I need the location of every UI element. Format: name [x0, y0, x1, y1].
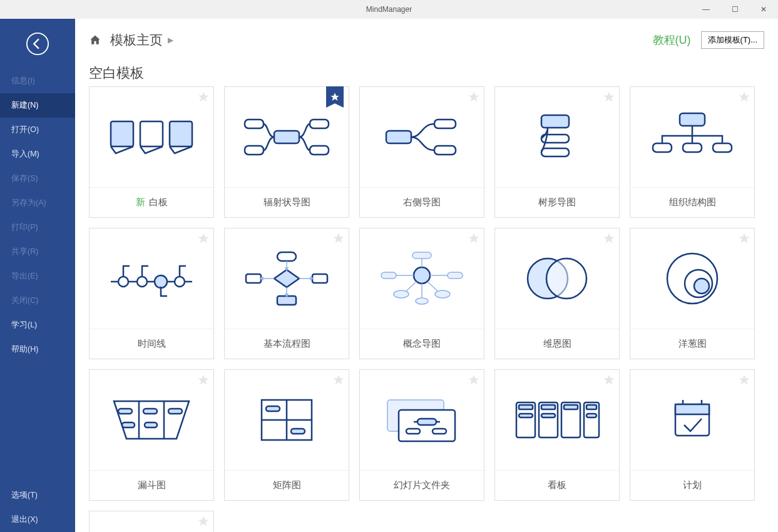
template-label: 计划: [630, 470, 754, 500]
sidebar-item-3[interactable]: 导入(M): [0, 142, 75, 166]
breadcrumb-bar: 模板主页 ▶ 教程(U) 添加模板(T)...: [75, 19, 778, 55]
sidebar-item-5[interactable]: 另存为(A): [0, 191, 75, 215]
favorite-star-icon[interactable]: [468, 232, 480, 245]
template-label: 新白板: [90, 187, 213, 217]
svg-rect-10: [434, 120, 456, 128]
favorite-star-icon[interactable]: [468, 91, 480, 103]
template-card-funnel[interactable]: 漏斗图: [89, 369, 214, 501]
favorite-star-icon[interactable]: [738, 374, 750, 386]
svg-rect-17: [683, 143, 702, 152]
favorite-ribbon-icon: [326, 86, 344, 108]
sidebar-item-7[interactable]: 共享(R): [0, 240, 75, 264]
template-card-slides[interactable]: 幻灯片文件夹: [359, 369, 484, 501]
svg-rect-25: [312, 274, 327, 283]
svg-rect-64: [675, 404, 709, 414]
close-button[interactable]: ✕: [749, 0, 778, 19]
favorite-star-icon[interactable]: [603, 232, 615, 245]
sidebar-item-10[interactable]: 学习(L): [0, 313, 75, 337]
sidebar-item-1[interactable]: 新建(N): [0, 93, 75, 118]
template-label: 幻灯片文件夹: [360, 470, 484, 500]
template-label: 组织结构图: [630, 187, 754, 217]
add-template-button[interactable]: 添加模板(T)...: [701, 31, 764, 49]
svg-point-19: [118, 277, 128, 287]
svg-rect-28: [412, 252, 431, 258]
favorite-star-icon[interactable]: [197, 374, 210, 386]
svg-rect-8: [310, 146, 329, 155]
minimize-button[interactable]: —: [692, 0, 720, 19]
sidebar-bottom-0[interactable]: 选项(T): [0, 483, 75, 508]
template-card-partial[interactable]: [89, 511, 214, 532]
favorite-star-icon[interactable]: [738, 232, 750, 245]
favorite-star-icon[interactable]: [738, 91, 750, 103]
svg-rect-40: [143, 409, 157, 414]
template-card-concept[interactable]: 概念导图: [359, 228, 484, 359]
svg-point-31: [394, 290, 409, 298]
home-icon[interactable]: [89, 34, 101, 46]
favorite-star-icon[interactable]: [603, 91, 615, 103]
svg-rect-58: [564, 405, 578, 409]
favorite-star-icon[interactable]: [603, 374, 615, 386]
sidebar-item-0[interactable]: 信息(I): [0, 69, 75, 93]
svg-point-33: [416, 298, 428, 304]
svg-rect-4: [274, 131, 299, 143]
svg-point-22: [175, 277, 185, 287]
favorite-star-icon[interactable]: [468, 374, 480, 386]
titlebar: MindManager — ☐ ✕: [0, 0, 778, 19]
template-card-venn[interactable]: 维恩图: [494, 228, 620, 359]
svg-rect-56: [519, 405, 533, 409]
svg-point-21: [155, 275, 167, 288]
template-card-radial[interactable]: 辐射状导图: [224, 86, 349, 218]
breadcrumb-text[interactable]: 模板主页: [110, 31, 163, 49]
sidebar-item-11[interactable]: 帮助(H): [0, 337, 75, 362]
template-card-right[interactable]: 右侧导图: [359, 86, 484, 218]
svg-point-27: [414, 267, 430, 284]
svg-rect-18: [713, 143, 732, 152]
template-label: 时间线: [90, 329, 213, 359]
favorite-star-icon[interactable]: [197, 515, 210, 528]
svg-rect-1: [111, 121, 133, 146]
sidebar-item-9[interactable]: 关闭(C): [0, 289, 75, 313]
sidebar-item-6[interactable]: 打印(P): [0, 215, 75, 240]
favorite-star-icon[interactable]: [197, 91, 210, 103]
svg-rect-2: [140, 121, 163, 146]
svg-rect-49: [417, 419, 436, 425]
svg-rect-45: [266, 406, 280, 411]
sidebar-item-4[interactable]: 保存(S): [0, 166, 75, 191]
svg-rect-5: [245, 120, 264, 128]
svg-rect-30: [448, 272, 463, 279]
svg-point-0: [27, 33, 48, 54]
maximize-button[interactable]: ☐: [720, 0, 749, 19]
favorite-star-icon[interactable]: [332, 232, 345, 245]
template-card-plan[interactable]: 计划: [630, 369, 755, 501]
template-card-kanban[interactable]: 看板: [494, 369, 620, 501]
window-title: MindManager: [366, 5, 412, 14]
svg-rect-11: [434, 146, 456, 155]
sidebar-item-2[interactable]: 打开(O): [0, 118, 75, 142]
svg-point-32: [435, 290, 450, 298]
template-label: 维恩图: [495, 329, 619, 359]
template-card-tree[interactable]: 树形导图: [494, 86, 620, 218]
template-card-onion[interactable]: 洋葱图: [630, 228, 755, 359]
svg-rect-61: [541, 414, 555, 417]
back-arrow-icon[interactable]: [26, 32, 49, 56]
template-card-matrix[interactable]: 矩阵图: [224, 369, 349, 501]
template-label: 基本流程图: [225, 329, 349, 359]
svg-rect-42: [122, 422, 135, 427]
template-card-whiteboard[interactable]: 新白板: [89, 86, 214, 218]
favorite-star-icon[interactable]: [332, 374, 345, 386]
section-title: 空白模板: [75, 55, 778, 86]
sidebar-item-8[interactable]: 导出(E): [0, 264, 75, 289]
template-card-org[interactable]: 组织结构图: [630, 86, 755, 218]
sidebar: 信息(I)新建(N)打开(O)导入(M)保存(S)另存为(A)打印(P)共享(R…: [0, 19, 75, 532]
template-label: 树形导图: [495, 187, 619, 217]
template-card-flowchart[interactable]: 基本流程图: [224, 228, 349, 359]
tutorial-link[interactable]: 教程(U): [653, 33, 691, 48]
sidebar-bottom-1[interactable]: 退出(X): [0, 508, 75, 532]
template-grid-scroll[interactable]: 新白板辐射状导图右侧导图树形导图组织结构图时间线基本流程图概念导图维恩图洋葱图漏…: [75, 86, 778, 532]
favorite-star-icon[interactable]: [197, 232, 210, 245]
svg-rect-62: [586, 414, 596, 417]
svg-rect-24: [246, 274, 261, 283]
svg-rect-51: [433, 429, 446, 434]
svg-rect-9: [386, 131, 411, 143]
template-card-timeline[interactable]: 时间线: [89, 228, 214, 359]
